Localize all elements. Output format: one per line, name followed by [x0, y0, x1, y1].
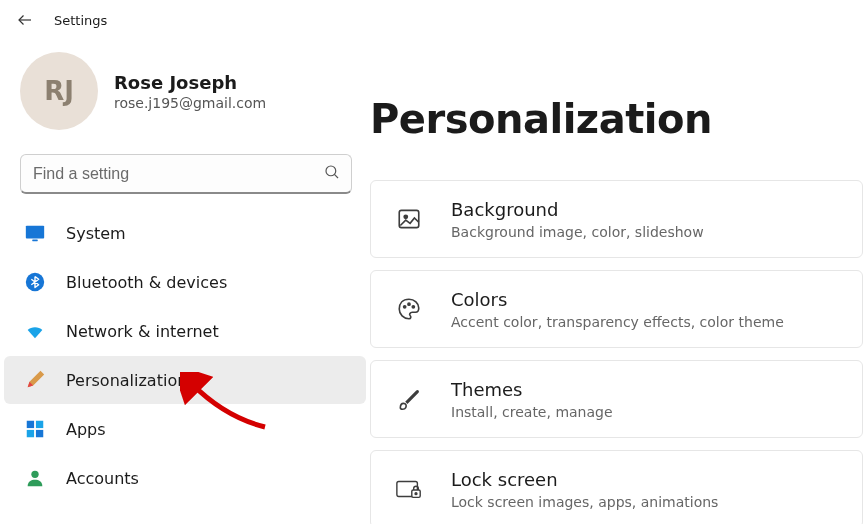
sidebar-item-accounts[interactable]: Accounts [4, 454, 366, 502]
arrow-left-icon [16, 11, 34, 29]
card-title: Background [451, 198, 704, 221]
search-icon [323, 163, 341, 185]
bluetooth-icon [24, 271, 46, 293]
sidebar-item-label: Bluetooth & devices [66, 273, 227, 292]
lock-screen-icon [395, 476, 423, 502]
back-button[interactable] [14, 9, 36, 31]
search-box[interactable] [20, 154, 352, 194]
sidebar-item-bluetooth[interactable]: Bluetooth & devices [4, 258, 366, 306]
brush-icon [395, 386, 423, 412]
profile-name: Rose Joseph [114, 71, 266, 94]
svg-point-1 [326, 166, 336, 176]
svg-rect-9 [36, 430, 43, 437]
svg-line-2 [334, 174, 338, 178]
card-lockscreen[interactable]: Lock screen Lock screen images, apps, an… [370, 450, 863, 524]
svg-rect-8 [27, 430, 34, 437]
svg-rect-3 [26, 226, 44, 239]
card-desc: Install, create, manage [451, 404, 613, 420]
avatar: RJ [20, 52, 98, 130]
profile-email: rose.j195@gmail.com [114, 95, 266, 111]
sidebar-item-label: Personalization [66, 371, 187, 390]
svg-rect-6 [27, 421, 34, 428]
apps-icon [24, 418, 46, 440]
card-title: Colors [451, 288, 784, 311]
svg-point-18 [415, 493, 417, 495]
card-title: Lock screen [451, 468, 718, 491]
sidebar-item-label: Apps [66, 420, 106, 439]
card-desc: Background image, color, slideshow [451, 224, 704, 240]
svg-point-12 [404, 215, 407, 218]
svg-point-15 [412, 306, 414, 308]
card-desc: Accent color, transparency effects, colo… [451, 314, 784, 330]
content-area: Personalization Background Background im… [370, 34, 863, 524]
svg-rect-7 [36, 421, 43, 428]
paintbrush-icon [24, 369, 46, 391]
svg-rect-4 [32, 239, 38, 241]
wifi-icon [24, 320, 46, 342]
card-colors[interactable]: Colors Accent color, transparency effect… [370, 270, 863, 348]
sidebar: RJ Rose Joseph rose.j195@gmail.com Syste… [0, 34, 370, 524]
card-title: Themes [451, 378, 613, 401]
svg-point-13 [404, 306, 406, 308]
system-icon [24, 222, 46, 244]
sidebar-item-label: Network & internet [66, 322, 219, 341]
person-icon [24, 467, 46, 489]
app-title: Settings [54, 13, 107, 28]
nav-list: System Bluetooth & devices Network & int… [0, 209, 370, 502]
card-desc: Lock screen images, apps, animations [451, 494, 718, 510]
sidebar-item-personalization[interactable]: Personalization [4, 356, 366, 404]
sidebar-item-apps[interactable]: Apps [4, 405, 366, 453]
sidebar-item-label: Accounts [66, 469, 139, 488]
page-title: Personalization [370, 96, 863, 142]
profile-section[interactable]: RJ Rose Joseph rose.j195@gmail.com [0, 52, 370, 154]
card-background[interactable]: Background Background image, color, slid… [370, 180, 863, 258]
sidebar-item-label: System [66, 224, 126, 243]
palette-icon [395, 296, 423, 322]
titlebar: Settings [0, 0, 863, 34]
sidebar-item-system[interactable]: System [4, 209, 366, 257]
svg-point-10 [31, 471, 38, 478]
svg-point-14 [408, 303, 410, 305]
sidebar-item-network[interactable]: Network & internet [4, 307, 366, 355]
card-themes[interactable]: Themes Install, create, manage [370, 360, 863, 438]
image-icon [395, 206, 423, 232]
search-input[interactable] [31, 164, 323, 184]
